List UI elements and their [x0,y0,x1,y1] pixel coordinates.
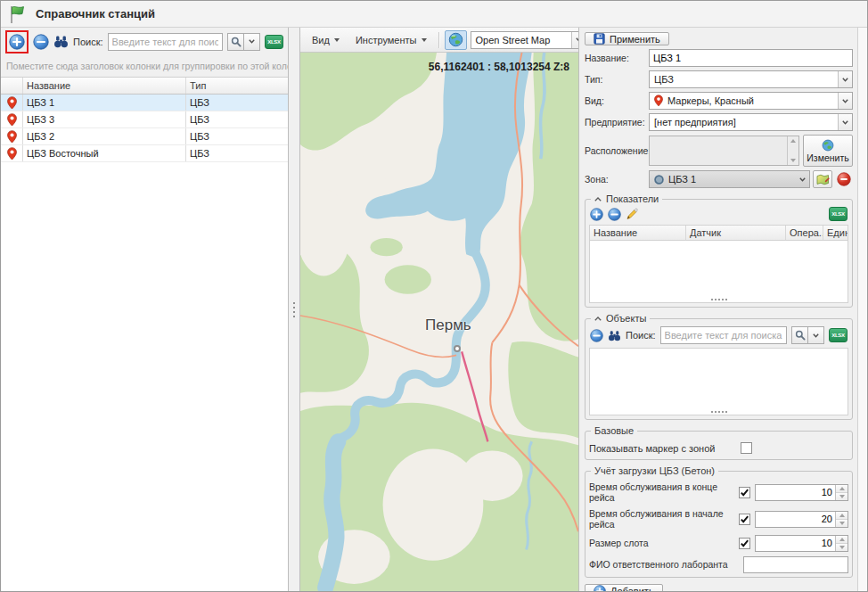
type-field-label: Тип: [585,74,649,85]
zone-select[interactable]: ЦБЗ 1 [649,170,810,188]
spin-down-button[interactable] [836,520,848,527]
binoculars-icon[interactable] [53,35,69,48]
service-start-checkbox[interactable] [739,514,750,525]
spin-up-button[interactable] [836,536,848,544]
tools-menu-button[interactable]: Инструменты [349,32,433,48]
map-provider-select[interactable]: Open Street Map [471,31,586,49]
highlight-annotation [5,30,29,53]
map-provider-toggle-button[interactable] [445,30,467,50]
type-select-value: ЦБЗ [650,74,838,85]
type-select[interactable]: ЦБЗ [649,70,853,88]
edit-indicator-button[interactable] [626,208,638,220]
resize-grip[interactable] [711,299,727,300]
name-field[interactable] [649,49,853,67]
export-xlsx-icon[interactable]: XLSX [829,207,848,221]
table-row[interactable]: ЦБЗ 1 ЦБЗ [1,95,288,111]
load-accounting-title: Учёт загрузки ЦБЗ (Бетон) [594,465,715,476]
remove-zone-button[interactable] [835,170,853,188]
app-window: Справочник станций [0,0,868,592]
minus-circle-red-icon [837,172,851,186]
right-panel-scrollbar[interactable] [857,28,867,591]
objects-search-options-button[interactable] [807,326,824,344]
globe-icon [448,32,463,47]
binoculars-icon[interactable] [608,330,621,341]
table-row[interactable]: ЦБЗ 2 ЦБЗ [1,128,288,145]
city-label: Пермь [425,317,471,334]
indicators-table-header: Название Датчик Опера... Единиц... [589,225,848,241]
location-scrollbar[interactable] [787,136,798,165]
magnifier-icon [795,330,806,341]
indicators-list[interactable] [589,241,848,303]
edit-zone-button[interactable] [813,170,832,188]
station-search-input[interactable] [108,33,223,51]
basic-title: Базовые [594,425,634,436]
indicators-col-sensor[interactable]: Датчик [686,226,786,240]
change-location-button[interactable]: Изменить [803,135,853,167]
station-name-cell: ЦБЗ 2 [23,128,186,144]
collapse-icon[interactable] [594,317,602,321]
indicators-col-name[interactable]: Название [590,226,686,240]
lab-technician-input[interactable] [743,556,848,573]
spin-up-button[interactable] [836,512,848,520]
group-by-hint: Поместите сюда заголовок колонки для гру… [1,55,288,77]
service-end-checkbox[interactable] [739,487,750,498]
objects-search-input[interactable] [660,326,787,344]
marker-with-zone-label: Показывать маркер с зоной [589,443,741,454]
resize-grip[interactable] [711,411,727,413]
remove-station-button[interactable] [33,34,49,50]
spin-down-button[interactable] [836,493,848,500]
type-column-header[interactable]: Тип [186,78,288,94]
enterprise-field-label: Предприятие: [585,117,649,127]
name-field-label: Название: [585,53,649,63]
panel-splitter[interactable] [289,28,300,591]
icon-column-header[interactable] [1,78,23,94]
remove-object-button[interactable] [590,329,603,342]
minus-circle-icon [590,329,603,342]
objects-search-label: Поиск: [626,330,656,341]
indicators-col-operation[interactable]: Опера... [786,226,823,240]
name-column-header[interactable]: Название [23,78,186,94]
chevron-down-icon [838,71,852,87]
service-end-spinner [755,484,848,501]
service-start-label: Время обслуживания в начале рейса [589,508,739,530]
export-xlsx-icon[interactable]: XLSX [829,328,848,342]
map-canvas[interactable]: 56,1162401 : 58,1013254 Z:8 Пермь [300,53,578,591]
indicators-col-units[interactable]: Единиц... [823,226,848,240]
collapse-icon[interactable] [594,197,602,201]
add-indicator-button[interactable] [590,208,603,221]
zone-circle-icon [654,175,664,185]
export-xlsx-icon[interactable]: XLSX [265,35,283,49]
station-type-cell: ЦБЗ [186,95,288,111]
marker-pin-icon [654,95,663,107]
map-panel: Вид Инструменты Open [300,28,578,591]
location-field[interactable] [649,136,799,166]
toolbar-separator [438,32,439,48]
search-go-button[interactable] [227,33,244,51]
enterprise-select[interactable]: [нет предприятия] [649,113,853,131]
scroll-up-icon[interactable] [790,139,796,143]
tools-menu-label: Инструменты [356,35,417,45]
plus-circle-icon [590,208,603,221]
objects-search-go-button[interactable] [791,326,808,344]
service-start-input[interactable] [756,512,835,527]
apply-button[interactable]: Применить [585,32,669,45]
remove-indicator-button[interactable] [608,208,621,221]
scroll-down-icon[interactable] [790,159,796,162]
add-button[interactable]: Добавить [585,584,663,592]
table-row[interactable]: ЦБЗ Восточный ЦБЗ [1,145,288,162]
slot-size-input[interactable] [756,536,835,551]
spin-down-button[interactable] [836,544,848,551]
objects-list[interactable] [589,348,848,415]
service-end-input[interactable] [756,485,835,500]
plus-circle-icon [594,585,606,592]
station-type-cell: ЦБЗ [186,111,288,127]
spin-up-button[interactable] [836,485,848,493]
slot-size-checkbox[interactable] [739,538,750,549]
view-select[interactable]: Маркеры, Красный [649,92,853,110]
save-icon [594,33,605,45]
add-station-button[interactable] [9,34,25,50]
search-options-button[interactable] [243,33,260,51]
table-row[interactable]: ЦБЗ 3 ЦБЗ [1,111,288,128]
marker-with-zone-checkbox[interactable] [741,442,752,454]
view-menu-button[interactable]: Вид [306,32,346,48]
